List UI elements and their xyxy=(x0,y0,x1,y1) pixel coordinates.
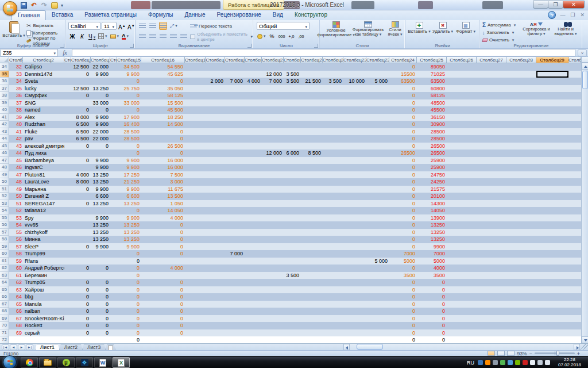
cell-r39-c16[interactable] xyxy=(323,99,343,107)
tab-Формулы[interactable]: Формулы xyxy=(142,10,179,20)
cell-r47-c1[interactable]: 45 xyxy=(9,157,23,164)
wrap-text-button[interactable]: Перенос текста xyxy=(190,22,232,30)
cell-r69-c23[interactable] xyxy=(506,315,536,323)
cell-r58-c16[interactable] xyxy=(323,236,343,243)
cell-r58-c25[interactable] xyxy=(568,236,581,243)
cell-r72-c11[interactable] xyxy=(225,336,245,344)
cell-r37-c3[interactable] xyxy=(64,85,71,93)
cell-r60-c6[interactable] xyxy=(110,250,117,258)
cell-r53-c21[interactable] xyxy=(447,200,477,208)
cell-r60-c23[interactable] xyxy=(506,250,536,258)
cell-r53-c22[interactable] xyxy=(477,200,506,208)
undo-button[interactable]: ↶ xyxy=(30,2,38,9)
cell-r50-c8[interactable]: 3 000 xyxy=(141,178,185,186)
cell-r43-c10[interactable] xyxy=(206,128,225,136)
cell-r59-c10[interactable] xyxy=(206,243,225,251)
cell-r70-c11[interactable] xyxy=(225,322,245,329)
cell-r37-c17[interactable] xyxy=(343,85,366,93)
cell-r44-c15[interactable] xyxy=(301,135,323,143)
cell-r48-c9[interactable] xyxy=(185,164,206,171)
cell-r66-c19[interactable]: 0 xyxy=(389,293,417,301)
cell-r53-c14[interactable] xyxy=(284,200,301,208)
cell-r62-c16[interactable] xyxy=(323,264,343,272)
cell-r61-c18[interactable]: 5 000 xyxy=(366,258,389,265)
row-header-39[interactable]: 39 xyxy=(0,99,9,107)
cell-r55-c15[interactable] xyxy=(301,214,323,222)
cell-r41-c5[interactable]: 9 900 xyxy=(91,114,110,121)
cell-r37-c10[interactable] xyxy=(206,85,225,93)
cell-r41-c17[interactable] xyxy=(343,114,366,121)
cell-r57-c16[interactable] xyxy=(323,229,343,236)
cell-r47-c12[interactable] xyxy=(245,157,262,164)
formula-input[interactable] xyxy=(72,49,575,56)
cell-r40-c12[interactable] xyxy=(245,106,262,114)
cell-r36-c7[interactable]: 0 xyxy=(117,78,141,85)
cell-r35-c18[interactable] xyxy=(366,71,389,78)
cell-r69-c20[interactable]: 0 xyxy=(417,315,447,323)
cell-r51-c6[interactable] xyxy=(110,186,117,193)
column-header-22[interactable]: Столбец27 xyxy=(477,57,506,63)
cell-r37-c21[interactable] xyxy=(447,85,477,93)
cell-r42-c9[interactable] xyxy=(185,121,206,128)
cell-r55-c5[interactable]: 9 900 xyxy=(91,214,110,222)
cell-r65-c21[interactable] xyxy=(447,286,477,294)
cell-r70-c4[interactable]: 0 xyxy=(71,322,91,329)
cell-r51-c25[interactable] xyxy=(568,186,581,193)
cell-r42-c19[interactable]: 0 xyxy=(389,121,417,128)
cell-r41-c21[interactable] xyxy=(447,114,477,121)
column-header-11[interactable]: Столбец2 xyxy=(225,57,245,63)
cell-r50-c3[interactable] xyxy=(64,178,71,186)
cell-r54-c19[interactable]: 0 xyxy=(389,207,417,214)
cell-r47-c25[interactable] xyxy=(568,157,581,164)
cell-r49-c15[interactable] xyxy=(301,171,323,179)
align-right-button[interactable] xyxy=(159,32,167,40)
cell-r44-c23[interactable] xyxy=(506,135,536,143)
cell-r49-c4[interactable]: 4 000 xyxy=(71,171,91,179)
cell-r70-c18[interactable] xyxy=(366,322,389,329)
row-header-56[interactable]: 56 xyxy=(0,221,9,229)
cell-r62-c19[interactable]: 0 xyxy=(389,264,417,272)
cell-r60-c4[interactable] xyxy=(71,250,91,258)
cell-r64-c17[interactable] xyxy=(343,279,366,286)
cell-r42-c16[interactable] xyxy=(323,121,343,128)
cell-r71-c3[interactable] xyxy=(64,329,71,337)
cell-r39-c24[interactable] xyxy=(536,99,568,107)
cell-r54-c4[interactable] xyxy=(71,207,91,214)
cell-r66-c25[interactable] xyxy=(568,293,581,301)
cell-r34-c19[interactable]: 0 xyxy=(389,63,417,71)
cell-r63-c9[interactable] xyxy=(185,272,206,279)
cell-r51-c15[interactable] xyxy=(301,186,323,193)
cell-r57-c23[interactable] xyxy=(506,229,536,236)
cell-r61-c8[interactable] xyxy=(141,258,185,265)
cell-r41-c12[interactable] xyxy=(245,114,262,121)
cell-r43-c2[interactable]: Fluke xyxy=(23,128,64,136)
cell-r43-c9[interactable] xyxy=(185,128,206,136)
cell-r34-c21[interactable] xyxy=(447,63,477,71)
cell-r46-c9[interactable] xyxy=(185,150,206,157)
cell-r67-c19[interactable]: 0 xyxy=(389,301,417,308)
cell-r52-c10[interactable] xyxy=(206,193,225,200)
cell-r71-c14[interactable] xyxy=(284,329,301,337)
cell-r58-c2[interactable]: Минна xyxy=(23,236,64,243)
clipboard-dialog-launcher[interactable] xyxy=(60,44,64,48)
cell-r70-c25[interactable] xyxy=(568,322,581,329)
cell-r60-c25[interactable] xyxy=(568,250,581,258)
cell-r66-c6[interactable] xyxy=(110,293,117,301)
font-color-button[interactable]: А xyxy=(121,32,129,40)
cell-r34-c14[interactable] xyxy=(284,63,301,71)
cell-r35-c5[interactable]: 9 900 xyxy=(91,71,110,78)
cell-r63-c3[interactable] xyxy=(64,272,71,279)
cell-r51-c8[interactable]: 11 675 xyxy=(141,186,185,193)
cell-r67-c2[interactable]: Manula xyxy=(23,301,64,308)
redo-button[interactable]: ↷ xyxy=(40,2,48,9)
cell-r59-c5[interactable]: 9 900 xyxy=(91,243,110,251)
cell-r54-c25[interactable] xyxy=(568,207,581,214)
cell-r59-c2[interactable]: SleeP xyxy=(23,243,64,251)
cell-r49-c17[interactable] xyxy=(343,171,366,179)
cell-r52-c5[interactable]: 6 600 xyxy=(91,193,110,200)
cell-r38-c20[interactable]: 58125 xyxy=(417,92,447,99)
cell-r59-c23[interactable] xyxy=(506,243,536,251)
cell-r66-c5[interactable]: 0 xyxy=(91,293,110,301)
cell-r62-c14[interactable] xyxy=(284,264,301,272)
cell-r59-c14[interactable] xyxy=(284,243,301,251)
